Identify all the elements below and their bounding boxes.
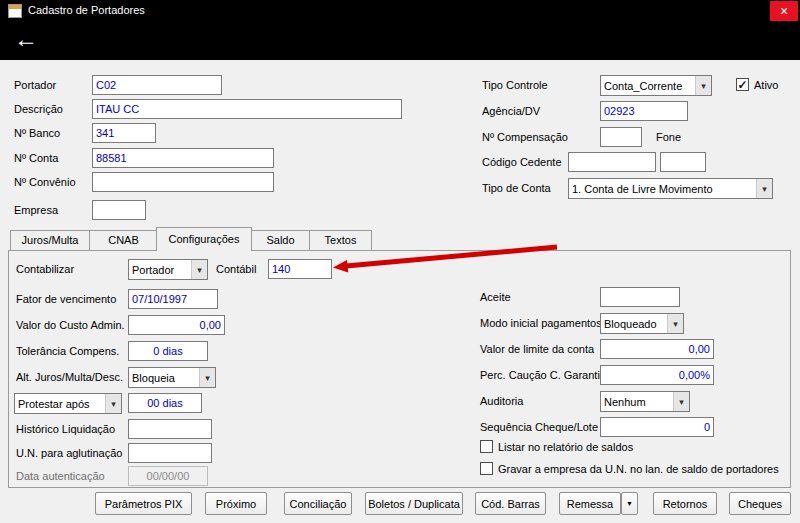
contabilizar-label: Contabilizar [16,263,74,275]
checkbox-unchecked-icon [480,462,493,475]
proximo-button[interactable]: Próximo [205,492,267,515]
tab-saldo[interactable]: Saldo [251,230,310,250]
modo-pagamentos-select[interactable]: Bloqueado ▾ [600,313,684,334]
tipo-conta-value: 1. Conta de Livre Movimento [569,183,756,195]
banco-input[interactable] [92,123,156,143]
alt-juros-select[interactable]: Bloqueia ▾ [128,367,216,388]
retornos-button[interactable]: Retornos [653,492,717,515]
protestar-value: Protestar após [15,398,105,410]
sequencia-input[interactable] [600,417,714,437]
close-button[interactable]: × [770,1,798,21]
descricao-input[interactable] [92,99,402,119]
close-icon: × [780,3,788,19]
limite-conta-input[interactable] [600,339,714,359]
tipo-conta-select[interactable]: 1. Conta de Livre Movimento ▾ [568,178,773,199]
protestar-select[interactable]: Protestar após ▾ [14,393,122,414]
data-autenticacao-input [128,466,208,486]
tab-juros-multa[interactable]: Juros/Multa [10,230,90,250]
portador-label: Portador [14,79,56,91]
tolerancia-input[interactable] [128,341,208,361]
auditoria-label: Auditoria [480,395,523,407]
compensacao-label: Nº Compensação [482,131,568,143]
banco-label: Nº Banco [14,127,60,139]
modo-pagamentos-value: Bloqueado [601,318,667,330]
tab-textos[interactable]: Textos [309,230,372,250]
chevron-down-icon: ▾ [756,179,772,198]
conta-input[interactable] [92,148,274,168]
cod-barras-button[interactable]: Cód. Barras [475,492,546,515]
tab-configuracoes[interactable]: Configurações [156,227,252,251]
gravar-empresa-checkbox[interactable]: Gravar a empresa da U.N. no lan. de sald… [480,462,779,475]
parametros-pix-button[interactable]: Parâmetros PIX [95,492,192,515]
tipo-controle-select[interactable]: Conta_Corrente ▾ [600,75,712,96]
tipo-controle-value: Conta_Corrente [601,80,695,92]
tipo-controle-label: Tipo Controle [482,79,548,91]
descricao-label: Descrição [14,103,63,115]
boletos-duplicata-button[interactable]: Boletos / Duplicata [365,492,463,515]
empresa-label: Empresa [14,204,58,216]
tab-cnab[interactable]: CNAB [89,230,158,250]
empresa-input[interactable] [92,200,146,220]
tolerancia-label: Tolerância Compens. [16,345,119,357]
cedente-input[interactable] [568,152,656,172]
window-title: Cadastro de Portadores [28,4,145,16]
auditoria-select[interactable]: Nenhum ▾ [600,391,690,412]
un-aglutinacao-label: U.N. para aglutinação [16,447,122,459]
ativo-label: Ativo [754,79,778,91]
checkbox-checked-icon: ✓ [736,78,749,91]
contabil-input[interactable] [268,259,332,279]
ativo-checkbox[interactable]: ✓ Ativo [736,78,778,91]
chevron-down-icon: ▾ [105,394,121,413]
historico-label: Histórico Liquidação [16,423,115,435]
convenio-label: Nº Convênio [14,176,76,188]
agencia-input[interactable] [600,101,688,121]
aceite-label: Aceite [480,291,511,303]
titlebar: Cadastro de Portadores × [0,0,800,22]
caucao-label: Perc. Caução C. Garantida [480,369,612,381]
caucao-input[interactable] [600,365,714,385]
tipo-conta-label: Tipo de Conta [482,182,551,194]
protestar-dias-input[interactable] [128,393,202,413]
fone-input[interactable] [660,152,706,172]
chevron-down-icon: ▾ [673,392,689,411]
cheques-button[interactable]: Cheques [729,492,791,515]
listar-saldos-label: Listar no relatório de saldos [498,441,633,453]
listar-saldos-checkbox[interactable]: Listar no relatório de saldos [480,440,633,453]
conta-label: Nº Conta [14,152,58,164]
custo-admin-label: Valor do Custo Admin. [16,319,125,331]
custo-admin-input[interactable] [128,315,225,335]
chevron-down-icon: ▾ [199,368,215,387]
back-arrow-icon: ← [14,25,38,52]
portador-input[interactable] [92,75,222,95]
conciliacao-button[interactable]: Conciliação [284,492,352,515]
chevron-down-icon: ▾ [667,314,683,333]
un-aglutinacao-input[interactable] [128,443,212,463]
modo-pagamentos-label: Modo inicial pagamentos [480,317,602,329]
contabil-label: Contábil [216,263,256,275]
alt-juros-value: Bloqueia [129,372,199,384]
agencia-label: Agência/DV [482,105,540,117]
data-autenticacao-label: Data autenticação [16,470,105,482]
remessa-dropdown-button[interactable]: ▼ [621,492,638,515]
auditoria-value: Nenhum [601,396,673,408]
chevron-down-icon: ▾ [191,260,207,279]
alt-juros-label: Alt. Juros/Multa/Desc. [16,371,123,383]
compensacao-input[interactable] [600,127,642,147]
dropdown-arrow-icon: ▼ [626,500,633,507]
remessa-button[interactable]: Remessa [559,492,621,515]
fone-label: Fone [656,131,681,143]
fator-vencimento-input[interactable] [128,289,218,309]
window: Cadastro de Portadores × ← Portador Desc… [0,0,800,523]
back-button[interactable]: ← [14,25,38,53]
limite-conta-label: Valor de limite da conta [480,343,594,355]
convenio-input[interactable] [92,172,274,192]
contabilizar-value: Portador [129,264,191,276]
aceite-input[interactable] [600,287,680,307]
chevron-down-icon: ▾ [695,76,711,95]
checkbox-unchecked-icon [480,440,493,453]
historico-input[interactable] [128,419,212,439]
fator-vencimento-label: Fator de vencimento [16,293,116,305]
cedente-label: Código Cedente [482,156,562,168]
gravar-empresa-label: Gravar a empresa da U.N. no lan. de sald… [498,463,779,475]
contabilizar-select[interactable]: Portador ▾ [128,259,208,280]
